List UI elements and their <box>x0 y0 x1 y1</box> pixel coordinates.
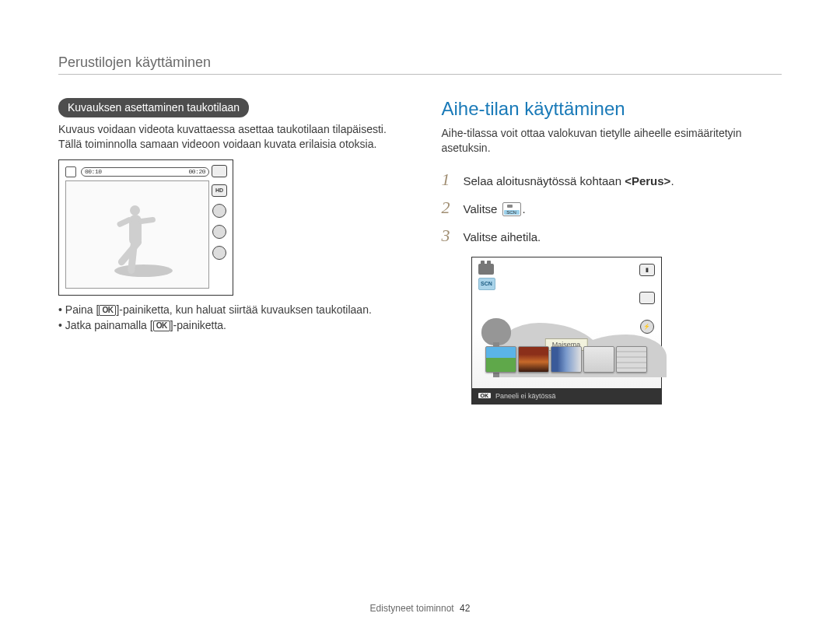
right-column: Aihe-tilan käyttäminen Aihe-tilassa voit… <box>442 98 782 405</box>
camera-icon <box>478 264 494 275</box>
chapter-title: Perustilojen käyttäminen <box>58 54 782 71</box>
divider <box>58 74 782 75</box>
rec-indicator-icon <box>65 166 76 177</box>
page-footer: Edistyneet toiminnot 42 <box>0 603 840 614</box>
step-1: 1 Selaa aloitusnäytössä kohtaan <Perus>. <box>442 170 782 190</box>
scn-mode-icon <box>502 202 521 216</box>
step-3: 3 Valitse aihetila. <box>442 226 782 246</box>
step-2: 2 Valitse . <box>442 198 782 218</box>
ok-icon: OK <box>478 393 492 398</box>
panel-status-bar: OK Paneeli ei käytössä <box>472 388 661 404</box>
scene-thumb <box>518 346 549 373</box>
battery-full-icon <box>639 292 655 304</box>
scene-thumb <box>583 346 614 373</box>
step-number: 3 <box>442 226 454 246</box>
flash-icon: ⚡ <box>640 320 654 334</box>
scene-thumb <box>616 346 647 373</box>
time-elapsed: 00:10 <box>85 168 102 175</box>
battery-icon: ▮ <box>639 264 655 276</box>
time-bar: 00:10 00:20 <box>81 167 209 177</box>
step-number: 1 <box>442 170 454 190</box>
video-pause-screenshot: 00:10 00:20 HD <box>58 159 233 296</box>
panel-status-text: Paneeli ei käytössä <box>495 392 556 400</box>
footer-label: Edistyneet toiminnot <box>370 603 454 614</box>
scene-thumbnails <box>481 346 652 377</box>
pause-description: Kuvaus voidaan videota kuvattaessa asett… <box>58 122 399 152</box>
bullet-pause: Paina [OK]-painiketta, kun haluat siirtä… <box>58 303 399 316</box>
left-column: Kuvauksen asettaminen taukotilaan Kuvaus… <box>58 98 399 405</box>
scn-badge: SCN <box>478 278 495 290</box>
scene-mode-description: Aihe-tilassa voit ottaa valokuvan tietyl… <box>442 126 782 156</box>
ok-icon: OK <box>99 305 116 316</box>
stabilize-icon <box>212 246 226 260</box>
scene-mode-title: Aihe-tilan käyttäminen <box>442 98 782 120</box>
battery-icon <box>212 165 227 177</box>
step-number: 2 <box>442 198 454 218</box>
ok-icon: OK <box>153 321 170 331</box>
skater-illustration <box>103 202 173 288</box>
pause-recording-heading: Kuvauksen asettaminen taukotilaan <box>58 98 249 117</box>
mode-icon <box>212 225 226 239</box>
scene-thumb <box>485 346 516 373</box>
scene-thumb <box>551 346 582 373</box>
hd-badge: HD <box>212 184 227 197</box>
time-remaining: 00:20 <box>188 168 205 175</box>
mic-icon <box>212 204 226 218</box>
bullet-continue: Jatka painamalla [OK]-painiketta. <box>58 319 399 331</box>
scene-mode-screenshot: SCN ▮ ⚡ Maisema <box>471 257 662 405</box>
page-number: 42 <box>460 603 470 614</box>
